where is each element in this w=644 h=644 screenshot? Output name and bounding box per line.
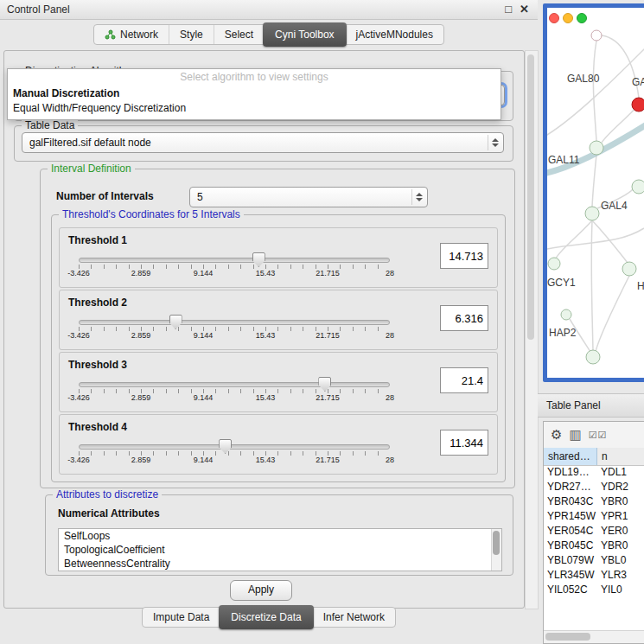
- table-row[interactable]: YBL079W YBL0: [544, 553, 644, 568]
- num-intervals-combobox[interactable]: 5: [189, 187, 428, 207]
- panel-vertical-scrollbar[interactable]: [525, 50, 539, 609]
- threshold-4-value[interactable]: [440, 430, 488, 456]
- table-data-selected: galFiltered.sif default node: [29, 137, 151, 149]
- tick-label: 15.43: [256, 456, 276, 464]
- tab-select[interactable]: Select: [214, 25, 264, 44]
- list-vertical-scrollbar[interactable]: [491, 529, 501, 571]
- tab-discretize-data[interactable]: Discretize Data: [219, 605, 313, 629]
- network-node[interactable]: [632, 180, 644, 194]
- network-node[interactable]: [591, 30, 602, 41]
- table-row[interactable]: YDR27… YDR2: [544, 480, 644, 494]
- cell: YBR045C: [544, 539, 597, 553]
- tab-network[interactable]: Network: [94, 25, 169, 44]
- table-row[interactable]: YBR043C YBR0: [544, 494, 644, 509]
- slider-ticks: [79, 451, 390, 456]
- num-intervals-value: 5: [197, 191, 203, 203]
- cell: YDL1: [597, 465, 644, 480]
- threshold-3-label: Threshold 3: [68, 359, 127, 371]
- table-toolbar: ⚙ ▥ ☑☑: [544, 422, 644, 449]
- table-row[interactable]: YLR345W YLR3: [544, 568, 644, 583]
- columns-icon[interactable]: ▥: [569, 427, 581, 443]
- tab-cyni-toolbox-label: Cyni Toolbox: [275, 22, 334, 47]
- slider-track[interactable]: [79, 444, 390, 450]
- list-item[interactable]: SelfLoops: [59, 529, 501, 543]
- threshold-2-value[interactable]: [440, 305, 488, 331]
- table-row[interactable]: YBR045C YBR0: [544, 539, 644, 553]
- network-node[interactable]: [548, 258, 560, 270]
- checkbox-icons[interactable]: ☑☑: [589, 430, 608, 441]
- tick-label: 15.43: [256, 393, 276, 402]
- num-intervals-label: Number of Intervals: [56, 190, 154, 202]
- cell: YLR3: [597, 568, 644, 583]
- dropdown-option-manual[interactable]: Manual Discretization: [13, 86, 495, 100]
- cell: YDR27…: [544, 480, 597, 494]
- node-label: GAL11: [548, 154, 580, 166]
- network-node[interactable]: [585, 207, 599, 220]
- table-data-combobox[interactable]: galFiltered.sif default node: [22, 132, 504, 153]
- tab-cyni-toolbox[interactable]: Cyni Toolbox: [263, 22, 346, 47]
- cell: YIL052C: [544, 583, 597, 597]
- network-node[interactable]: [586, 350, 600, 364]
- network-graph: GAL80 GA GAL11 GAL4 GCY1 H HAP2: [547, 8, 644, 378]
- gear-icon[interactable]: ⚙: [551, 427, 562, 443]
- slider-track[interactable]: [79, 320, 390, 325]
- cell: YBL079W: [544, 553, 597, 568]
- table-header-row: shared… n: [544, 448, 644, 466]
- numerical-attributes-list[interactable]: SelfLoops TopologicalCoefficient Between…: [58, 528, 502, 571]
- scrollbar-thumb[interactable]: [545, 633, 590, 641]
- table-row[interactable]: YPR145W YPR1: [544, 509, 644, 524]
- threshold-1-value[interactable]: [440, 243, 488, 269]
- tab-infer-network-label: Infer Network: [323, 608, 385, 627]
- tab-style-label: Style: [180, 25, 203, 44]
- threshold-2-slider[interactable]: -3.426 2.859 9.144 15.43 21.715 28: [79, 315, 390, 346]
- tab-infer-network[interactable]: Infer Network: [313, 608, 395, 627]
- cell: YDR2: [597, 480, 644, 494]
- cell: YBR0: [597, 539, 644, 553]
- threshold-2-panel: Threshold 2 -3.426 2.859 9.144 15.43 21.…: [59, 290, 498, 350]
- table-row[interactable]: YIL052C YIL0: [544, 583, 644, 597]
- network-view-frame: GAL80 GA GAL11 GAL4 GCY1 H HAP2: [543, 3, 644, 382]
- combo-arrows-icon: [411, 189, 425, 205]
- node-label: H: [637, 280, 644, 292]
- numerical-attributes-label: Numerical Attributes: [58, 507, 160, 520]
- scrollbar-thumb[interactable]: [493, 531, 500, 555]
- panel-title: Control Panel: [7, 0, 70, 19]
- threshold-3-value[interactable]: [440, 367, 488, 393]
- tab-style[interactable]: Style: [169, 25, 214, 44]
- threshold-4-slider[interactable]: -3.426 2.859 9.144 15.43 21.715 28: [79, 439, 390, 470]
- node-labels: GAL80 GA GAL11 GAL4 GCY1 H HAP2: [547, 73, 644, 339]
- slider-ticks: [79, 265, 390, 269]
- column-header-name[interactable]: n: [597, 448, 644, 465]
- scrollbar-thumb[interactable]: [527, 54, 534, 340]
- list-item[interactable]: BetweennessCentrality: [59, 557, 501, 571]
- slider-track[interactable]: [79, 258, 390, 263]
- table-rows: YDL19… YDL1 YDR27… YDR2 YBR043C YBR0 YPR…: [544, 465, 644, 631]
- apply-button[interactable]: Apply: [230, 580, 292, 601]
- slider-track[interactable]: [79, 382, 390, 387]
- cell: YPR1: [597, 509, 644, 524]
- threshold-1-label: Threshold 1: [68, 234, 127, 246]
- cell: YBR043C: [544, 494, 597, 509]
- float-window-icon[interactable]: □: [505, 0, 512, 19]
- list-item[interactable]: TopologicalCoefficient: [59, 543, 501, 557]
- table-horizontal-scrollbar[interactable]: [544, 630, 644, 643]
- table-row[interactable]: YER054C YER0: [544, 524, 644, 539]
- table-row[interactable]: YDL19… YDL1: [544, 465, 644, 480]
- tab-discretize-data-label: Discretize Data: [231, 605, 301, 629]
- dropdown-hint: Select algorithm to view settings: [8, 71, 501, 83]
- network-canvas[interactable]: GAL80 GA GAL11 GAL4 GCY1 H HAP2: [547, 8, 644, 378]
- network-node[interactable]: [622, 262, 636, 276]
- network-icon: [105, 29, 116, 40]
- attributes-group-title: Attributes to discretize: [53, 488, 162, 501]
- close-window-icon[interactable]: ✕: [520, 0, 529, 19]
- dropdown-option-equal-width[interactable]: Equal Width/Frequency Discretization: [13, 101, 495, 115]
- threshold-3-slider[interactable]: -3.426 2.859 9.144 15.43 21.715 28: [79, 377, 390, 408]
- tab-jactivemnodules[interactable]: jActiveMNodules: [346, 25, 443, 44]
- network-node[interactable]: [561, 309, 571, 320]
- tick-label: 9.144: [194, 456, 214, 464]
- column-header-shared-name[interactable]: shared…: [544, 448, 597, 465]
- threshold-1-slider[interactable]: -3.426 2.859 9.144 15.43 21.715 28: [79, 252, 390, 284]
- network-node[interactable]: [590, 141, 603, 155]
- tab-impute-data[interactable]: Impute Data: [143, 608, 220, 627]
- network-node-selected[interactable]: [632, 98, 644, 112]
